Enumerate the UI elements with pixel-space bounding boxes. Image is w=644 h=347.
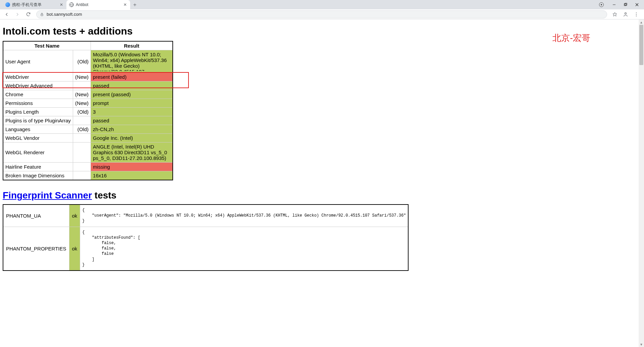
browser-tab[interactable]: Antibot ✕ [66, 0, 130, 9]
test-tag-cell [73, 134, 91, 142]
test-name-cell: WebDriver Advanced [3, 81, 73, 90]
test-result-cell: Google Inc. (Intel) [91, 134, 173, 142]
close-window-button[interactable] [632, 1, 642, 8]
bookmark-icon[interactable] [610, 10, 619, 19]
test-result-cell: passed [91, 81, 173, 90]
test-name-cell: Languages [3, 125, 73, 134]
test-tag-cell [73, 81, 91, 90]
toolbar: bot.sannysoft.com [0, 9, 644, 19]
test-tag-cell: (New) [73, 73, 91, 81]
test-name-cell: Chrome [3, 90, 73, 99]
test-name-cell: Plugins is of type PluginArray [3, 116, 73, 125]
globe-icon [69, 2, 74, 7]
header-result: Result [91, 41, 173, 50]
fp-status-cell: ok [69, 205, 80, 227]
test-tag-cell: (Old) [73, 108, 91, 116]
test-name-cell: Hairline Feature [3, 163, 73, 171]
test-result-cell: present (passed) [91, 90, 173, 99]
test-name-cell: WebGL Vendor [3, 134, 73, 142]
table-row: Hairline Featuremissing [3, 163, 173, 171]
table-row: WebGL RendererANGLE (Intel, Intel(R) UHD… [3, 142, 173, 163]
tab-title: Antibot [76, 2, 121, 7]
fp-detail-cell: { "attributesFound": [ false, false, fal… [80, 227, 408, 271]
test-result-cell: zh-CN,zh [91, 125, 173, 134]
tests-table-wrapper: Test Name Result User Agent(Old)Mozilla/… [3, 41, 173, 180]
favicon-icon [5, 2, 10, 7]
test-result-cell: ANGLE (Intel, Intel(R) UHD Graphics 630 … [91, 142, 173, 163]
table-row: Chrome(New)present (passed) [3, 90, 173, 99]
test-tag-cell [73, 171, 91, 180]
table-row: Languages(Old)zh-CN,zh [3, 125, 173, 134]
test-name-cell: WebGL Renderer [3, 142, 73, 163]
table-row: Plugins is of type PluginArraypassed [3, 116, 173, 125]
fp-detail-cell: { "userAgent": "Mozilla/5.0 (Windows NT … [80, 205, 408, 227]
browser-tab[interactable]: 携程-手机号查单 ✕ [3, 0, 66, 9]
close-icon[interactable]: ✕ [123, 2, 127, 7]
svg-point-9 [636, 15, 637, 16]
table-row: WebGL VendorGoogle Inc. (Intel) [3, 134, 173, 142]
test-tag-cell [73, 116, 91, 125]
scroll-up-icon[interactable]: ▲ [639, 19, 644, 25]
window-controls [599, 0, 644, 9]
tab-strip: 携程-手机号查单 ✕ Antibot ✕ ＋ [0, 0, 644, 9]
minimize-button[interactable] [609, 1, 619, 8]
tests-table: Test Name Result User Agent(Old)Mozilla/… [3, 41, 173, 180]
table-row: WebDriver(New)present (failed) [3, 73, 173, 81]
table-row: WebDriver Advancedpassed [3, 81, 173, 90]
tab-title: 携程-手机号查单 [12, 2, 57, 8]
fingerprint-table: PHANTOM_UAok{ "userAgent": "Mozilla/5.0 … [3, 204, 409, 271]
table-row: Permissions(New)prompt [3, 99, 173, 108]
profile-indicator-icon [599, 2, 604, 7]
fingerprint-link[interactable]: Fingerprint Scanner [3, 190, 92, 200]
maximize-button[interactable] [621, 1, 631, 8]
fingerprint-heading-suffix: tests [92, 190, 116, 200]
test-tag-cell: (New) [73, 99, 91, 108]
svg-rect-1 [624, 4, 626, 6]
test-result-cell: passed [91, 116, 173, 125]
svg-point-8 [636, 14, 637, 14]
scrollbar-thumb[interactable] [639, 25, 643, 65]
close-icon[interactable]: ✕ [59, 2, 64, 7]
test-result-cell: 3 [91, 108, 173, 116]
test-tag-cell [73, 163, 91, 171]
test-tag-cell [73, 142, 91, 163]
page-content: 北京-宏哥 Intoli.com tests + additions Test … [0, 19, 644, 284]
header-test-name: Test Name [3, 41, 91, 50]
test-tag-cell: (Old) [73, 50, 91, 73]
svg-rect-2 [625, 3, 627, 5]
watermark-text: 北京-宏哥 [552, 32, 590, 44]
test-tag-cell: (Old) [73, 125, 91, 134]
test-result-cell: prompt [91, 99, 173, 108]
test-result-cell: Mozilla/5.0 (Windows NT 10.0; Win64; x64… [91, 50, 173, 73]
profile-icon[interactable] [621, 10, 630, 19]
fingerprint-heading: Fingerprint Scanner tests [3, 190, 641, 201]
reload-button[interactable] [23, 10, 33, 19]
test-name-cell: Broken Image Dimensions [3, 171, 73, 180]
table-row: Plugins Length(Old)3 [3, 108, 173, 116]
lock-icon [40, 12, 44, 16]
forward-button[interactable] [13, 10, 22, 19]
test-name-cell: Plugins Length [3, 108, 73, 116]
browser-chrome: 携程-手机号查单 ✕ Antibot ✕ ＋ [0, 0, 644, 19]
url-text: bot.sannysoft.com [47, 12, 82, 17]
fp-status-cell: ok [69, 227, 80, 271]
fp-name-cell: PHANTOM_UA [3, 205, 69, 227]
vertical-scrollbar[interactable]: ▲ ▼ [639, 19, 644, 284]
table-row: Broken Image Dimensions16x16 [3, 171, 173, 180]
svg-point-7 [636, 12, 637, 13]
table-row: User Agent(Old)Mozilla/5.0 (Windows NT 1… [3, 50, 173, 73]
test-name-cell: Permissions [3, 99, 73, 108]
new-tab-button[interactable]: ＋ [130, 0, 140, 9]
test-result-cell: present (failed) [91, 73, 173, 81]
back-button[interactable] [2, 10, 11, 19]
table-row: PHANTOM_UAok{ "userAgent": "Mozilla/5.0 … [3, 205, 408, 227]
fp-name-cell: PHANTOM_PROPERTIES [3, 227, 69, 271]
test-result-cell: missing [91, 163, 173, 171]
test-result-cell: 16x16 [91, 171, 173, 180]
test-name-cell: WebDriver [3, 73, 73, 81]
address-bar[interactable]: bot.sannysoft.com [36, 10, 607, 18]
kebab-menu-icon[interactable] [632, 10, 641, 19]
table-row: PHANTOM_PROPERTIESok{ "attributesFound":… [3, 227, 408, 271]
svg-rect-5 [41, 14, 43, 16]
page-title: Intoli.com tests + additions [3, 25, 641, 37]
